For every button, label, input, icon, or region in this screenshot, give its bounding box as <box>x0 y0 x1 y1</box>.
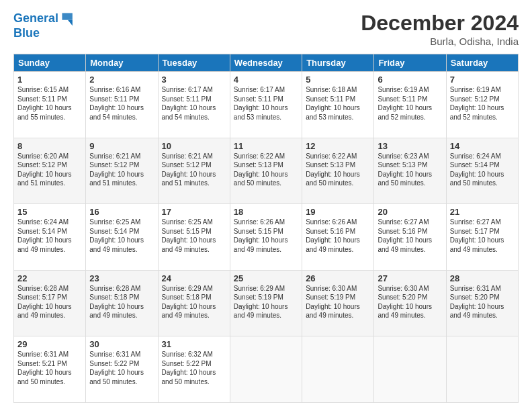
day-number: 20 <box>378 207 442 217</box>
calendar-day-cell <box>230 336 302 403</box>
day-number: 9 <box>89 141 154 151</box>
day-number: 22 <box>17 273 82 283</box>
calendar-day-cell: 11Sunrise: 6:22 AM Sunset: 5:13 PM Dayli… <box>230 138 302 204</box>
svg-marker-1 <box>68 20 73 26</box>
day-info: Sunrise: 6:22 AM Sunset: 5:13 PM Dayligh… <box>306 152 370 188</box>
calendar-week-row: 8Sunrise: 6:20 AM Sunset: 5:12 PM Daylig… <box>14 138 519 204</box>
day-number: 15 <box>17 207 82 217</box>
day-info: Sunrise: 6:27 AM Sunset: 5:16 PM Dayligh… <box>378 218 442 254</box>
day-number: 24 <box>162 273 226 283</box>
calendar-day-cell: 29Sunrise: 6:31 AM Sunset: 5:21 PM Dayli… <box>14 336 86 403</box>
day-number: 14 <box>450 141 515 151</box>
day-info: Sunrise: 6:22 AM Sunset: 5:13 PM Dayligh… <box>234 152 298 188</box>
day-info: Sunrise: 6:31 AM Sunset: 5:20 PM Dayligh… <box>450 284 515 320</box>
day-info: Sunrise: 6:15 AM Sunset: 5:11 PM Dayligh… <box>17 85 82 122</box>
calendar-day-cell: 2Sunrise: 6:16 AM Sunset: 5:11 PM Daylig… <box>86 72 158 138</box>
day-info: Sunrise: 6:24 AM Sunset: 5:14 PM Dayligh… <box>450 152 515 188</box>
day-info: Sunrise: 6:25 AM Sunset: 5:15 PM Dayligh… <box>162 218 226 254</box>
calendar-day-cell: 7Sunrise: 6:19 AM Sunset: 5:12 PM Daylig… <box>446 72 518 138</box>
day-info: Sunrise: 6:28 AM Sunset: 5:17 PM Dayligh… <box>17 284 82 320</box>
calendar-day-cell: 12Sunrise: 6:22 AM Sunset: 5:13 PM Dayli… <box>302 138 374 204</box>
day-info: Sunrise: 6:26 AM Sunset: 5:16 PM Dayligh… <box>306 218 370 254</box>
day-info: Sunrise: 6:30 AM Sunset: 5:20 PM Dayligh… <box>378 284 442 320</box>
day-number: 12 <box>306 141 370 151</box>
calendar: SundayMondayTuesdayWednesdayThursdayFrid… <box>13 54 519 403</box>
day-number: 28 <box>450 273 515 283</box>
calendar-day-cell: 4Sunrise: 6:17 AM Sunset: 5:11 PM Daylig… <box>230 72 302 138</box>
calendar-week-row: 1Sunrise: 6:15 AM Sunset: 5:11 PM Daylig… <box>14 72 519 138</box>
day-number: 21 <box>450 207 515 217</box>
calendar-week-row: 29Sunrise: 6:31 AM Sunset: 5:21 PM Dayli… <box>14 336 519 403</box>
calendar-day-cell: 10Sunrise: 6:21 AM Sunset: 5:12 PM Dayli… <box>158 138 230 204</box>
day-info: Sunrise: 6:16 AM Sunset: 5:11 PM Dayligh… <box>89 85 154 122</box>
page: General Blue December 2024 Burla, Odisha… <box>0 0 532 411</box>
calendar-day-cell: 19Sunrise: 6:26 AM Sunset: 5:16 PM Dayli… <box>302 204 374 271</box>
weekday-header-cell: Saturday <box>446 54 518 72</box>
day-info: Sunrise: 6:25 AM Sunset: 5:14 PM Dayligh… <box>89 218 154 254</box>
month-title: December 2024 <box>361 11 519 36</box>
day-info: Sunrise: 6:32 AM Sunset: 5:22 PM Dayligh… <box>162 350 226 386</box>
day-number: 11 <box>234 141 298 151</box>
title-block: December 2024 Burla, Odisha, India <box>361 11 519 47</box>
calendar-day-cell: 27Sunrise: 6:30 AM Sunset: 5:20 PM Dayli… <box>374 270 446 336</box>
day-info: Sunrise: 6:19 AM Sunset: 5:12 PM Dayligh… <box>450 85 515 122</box>
day-info: Sunrise: 6:31 AM Sunset: 5:21 PM Dayligh… <box>17 350 82 386</box>
day-info: Sunrise: 6:17 AM Sunset: 5:11 PM Dayligh… <box>234 85 298 122</box>
day-number: 2 <box>89 75 154 85</box>
day-number: 4 <box>234 75 298 85</box>
day-number: 1 <box>17 75 82 85</box>
calendar-day-cell: 20Sunrise: 6:27 AM Sunset: 5:16 PM Dayli… <box>374 204 446 271</box>
day-number: 13 <box>378 141 442 151</box>
day-number: 25 <box>234 273 298 283</box>
day-number: 6 <box>378 75 442 85</box>
calendar-day-cell: 15Sunrise: 6:24 AM Sunset: 5:14 PM Dayli… <box>14 204 86 271</box>
calendar-day-cell: 30Sunrise: 6:31 AM Sunset: 5:22 PM Dayli… <box>86 336 158 403</box>
day-info: Sunrise: 6:29 AM Sunset: 5:18 PM Dayligh… <box>162 284 226 320</box>
calendar-day-cell: 28Sunrise: 6:31 AM Sunset: 5:20 PM Dayli… <box>446 270 518 336</box>
day-info: Sunrise: 6:21 AM Sunset: 5:12 PM Dayligh… <box>162 152 226 188</box>
logo-icon <box>60 11 76 27</box>
day-info: Sunrise: 6:17 AM Sunset: 5:11 PM Dayligh… <box>162 85 226 122</box>
calendar-day-cell: 6Sunrise: 6:19 AM Sunset: 5:11 PM Daylig… <box>374 72 446 138</box>
day-info: Sunrise: 6:24 AM Sunset: 5:14 PM Dayligh… <box>17 218 82 254</box>
day-number: 5 <box>306 75 370 85</box>
weekday-header-cell: Wednesday <box>230 54 302 72</box>
weekday-header-cell: Friday <box>374 54 446 72</box>
day-number: 26 <box>306 273 370 283</box>
calendar-day-cell: 22Sunrise: 6:28 AM Sunset: 5:17 PM Dayli… <box>14 270 86 336</box>
calendar-day-cell: 3Sunrise: 6:17 AM Sunset: 5:11 PM Daylig… <box>158 72 230 138</box>
day-number: 29 <box>17 339 82 349</box>
calendar-day-cell: 31Sunrise: 6:32 AM Sunset: 5:22 PM Dayli… <box>158 336 230 403</box>
location: Burla, Odisha, India <box>361 36 519 47</box>
calendar-day-cell <box>446 336 518 403</box>
day-info: Sunrise: 6:31 AM Sunset: 5:22 PM Dayligh… <box>89 350 154 386</box>
calendar-day-cell: 8Sunrise: 6:20 AM Sunset: 5:12 PM Daylig… <box>14 138 86 204</box>
day-info: Sunrise: 6:29 AM Sunset: 5:19 PM Dayligh… <box>234 284 298 320</box>
day-number: 18 <box>234 207 298 217</box>
calendar-day-cell: 14Sunrise: 6:24 AM Sunset: 5:14 PM Dayli… <box>446 138 518 204</box>
logo-text: General <box>13 12 58 26</box>
weekday-header-cell: Tuesday <box>158 54 230 72</box>
calendar-day-cell: 17Sunrise: 6:25 AM Sunset: 5:15 PM Dayli… <box>158 204 230 271</box>
calendar-day-cell <box>374 336 446 403</box>
calendar-day-cell: 16Sunrise: 6:25 AM Sunset: 5:14 PM Dayli… <box>86 204 158 271</box>
day-info: Sunrise: 6:23 AM Sunset: 5:13 PM Dayligh… <box>378 152 442 188</box>
calendar-day-cell: 21Sunrise: 6:27 AM Sunset: 5:17 PM Dayli… <box>446 204 518 271</box>
calendar-day-cell: 25Sunrise: 6:29 AM Sunset: 5:19 PM Dayli… <box>230 270 302 336</box>
day-number: 31 <box>162 339 226 349</box>
calendar-day-cell: 23Sunrise: 6:28 AM Sunset: 5:18 PM Dayli… <box>86 270 158 336</box>
day-info: Sunrise: 6:26 AM Sunset: 5:15 PM Dayligh… <box>234 218 298 254</box>
calendar-week-row: 15Sunrise: 6:24 AM Sunset: 5:14 PM Dayli… <box>14 204 519 271</box>
day-number: 10 <box>162 141 226 151</box>
day-info: Sunrise: 6:18 AM Sunset: 5:11 PM Dayligh… <box>306 85 370 122</box>
calendar-day-cell: 13Sunrise: 6:23 AM Sunset: 5:13 PM Dayli… <box>374 138 446 204</box>
calendar-day-cell: 26Sunrise: 6:30 AM Sunset: 5:19 PM Dayli… <box>302 270 374 336</box>
calendar-week-row: 22Sunrise: 6:28 AM Sunset: 5:17 PM Dayli… <box>14 270 519 336</box>
day-number: 17 <box>162 207 226 217</box>
svg-marker-0 <box>62 13 72 19</box>
day-number: 30 <box>89 339 154 349</box>
day-number: 16 <box>89 207 154 217</box>
header: General Blue December 2024 Burla, Odisha… <box>13 11 519 47</box>
day-number: 3 <box>162 75 226 85</box>
day-number: 7 <box>450 75 515 85</box>
